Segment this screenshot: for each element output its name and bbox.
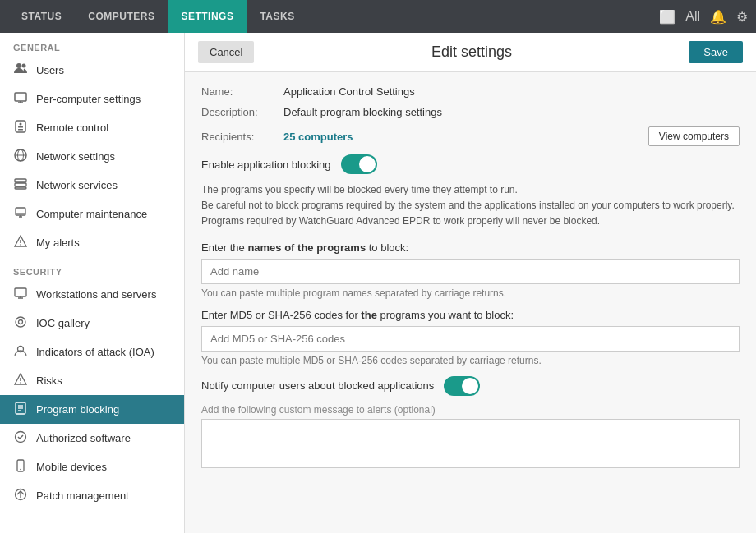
view-computers-button[interactable]: View computers (648, 126, 740, 146)
edit-settings-title: Edit settings (254, 44, 689, 61)
sidebar-item-risks[interactable]: Risks (0, 366, 184, 395)
recipients-label: Recipients: (201, 131, 284, 143)
paste-names-hint: You can paste multiple program names sep… (201, 287, 740, 299)
enter-names-bold: names of the programs (247, 241, 366, 254)
info-text-3: Programs required by WatchGuard Advanced… (201, 214, 740, 229)
sidebar-label-workstations: Workstations and servers (36, 288, 156, 301)
enter-codes-prefix: Enter MD5 or SHA-256 codes for (201, 309, 361, 321)
name-label: Name: (201, 85, 284, 98)
bell-icon[interactable]: 🔔 (710, 9, 726, 25)
sidebar-item-workstations[interactable]: Workstations and servers (0, 280, 184, 309)
name-row: Name: Application Control Settings (201, 85, 740, 98)
sidebar: GENERAL Users Per-computer settings Remo… (0, 33, 185, 533)
all-label: All (685, 9, 700, 24)
notify-row: Notify computer users about blocked appl… (201, 376, 740, 396)
paste-codes-hint: You can paste multiple MD5 or SHA-256 co… (201, 355, 740, 366)
window-icon[interactable]: ⬜ (659, 9, 675, 25)
enable-blocking-toggle[interactable] (341, 154, 377, 174)
sidebar-item-authorized-software[interactable]: Authorized software (0, 424, 184, 453)
svg-rect-6 (18, 129, 23, 131)
sidebar-item-users[interactable]: Users (0, 56, 184, 85)
security-section-label: SECURITY (0, 257, 184, 280)
mobile-devices-icon (13, 459, 28, 475)
users-icon (13, 62, 28, 78)
sidebar-item-patch-management[interactable]: Patch management (0, 481, 184, 510)
enter-codes-suffix: programs you want to block: (377, 309, 514, 321)
svg-rect-2 (15, 93, 26, 101)
ioc-gallery-icon (13, 315, 28, 331)
patch-management-icon (13, 488, 28, 503)
notify-toggle[interactable] (444, 376, 480, 396)
nav-status[interactable]: STATUS (8, 0, 75, 33)
workstations-icon (13, 287, 28, 302)
enable-blocking-label: Enable application blocking (201, 159, 331, 171)
enter-names-suffix: to block: (366, 241, 408, 254)
gear-icon[interactable]: ⚙ (736, 9, 748, 25)
sidebar-item-computer-maintenance[interactable]: Computer maintenance (0, 200, 184, 228)
edit-header: Cancel Edit settings Save (185, 33, 756, 72)
sidebar-label-program-blocking: Program blocking (36, 403, 119, 416)
svg-rect-11 (15, 183, 26, 186)
remote-control-icon (13, 120, 28, 136)
program-blocking-icon (13, 402, 28, 417)
recipients-value[interactable]: 25 computers (284, 131, 353, 143)
enter-names-label: Enter the names of the programs to block… (201, 241, 740, 254)
description-label: Description: (201, 106, 284, 118)
top-navigation: STATUS COMPUTERS SETTINGS TASKS ⬜ All 🔔 … (0, 0, 756, 33)
add-codes-input[interactable] (201, 326, 740, 352)
sidebar-item-ioa[interactable]: Indicators of attack (IOA) (0, 338, 184, 366)
computer-maintenance-icon (13, 206, 28, 222)
custom-msg-input[interactable] (201, 419, 740, 468)
sidebar-label-my-alerts: My alerts (36, 237, 80, 249)
svg-point-0 (16, 63, 21, 68)
nav-computers[interactable]: COMPUTERS (75, 0, 168, 33)
nav-settings[interactable]: SETTINGS (168, 0, 247, 33)
svg-point-4 (20, 123, 22, 126)
sidebar-item-mobile-devices[interactable]: Mobile devices (0, 453, 184, 481)
info-text-2: Be careful not to block programs require… (201, 198, 740, 214)
sidebar-label-patch-management: Patch management (36, 489, 129, 502)
per-computer-icon (13, 91, 28, 107)
sidebar-label-ioc-gallery: IOC gallery (36, 317, 90, 329)
svg-rect-10 (15, 179, 26, 182)
enter-names-prefix: Enter the (201, 241, 247, 254)
notify-label: Notify computer users about blocked appl… (201, 379, 434, 392)
sidebar-item-per-computer[interactable]: Per-computer settings (0, 85, 184, 113)
enter-codes-label: Enter MD5 or SHA-256 codes for the progr… (201, 309, 740, 321)
general-section-label: GENERAL (0, 33, 184, 56)
sidebar-label-network-settings: Network settings (36, 150, 115, 163)
sidebar-item-ioc-gallery[interactable]: IOC gallery (0, 309, 184, 338)
svg-point-22 (20, 382, 21, 384)
svg-point-29 (20, 469, 21, 471)
custom-msg-label: Add the following custom message to aler… (201, 404, 740, 416)
sidebar-item-remote-control[interactable]: Remote control (0, 113, 184, 142)
sidebar-label-risks: Risks (36, 374, 62, 387)
svg-rect-17 (15, 288, 26, 296)
enable-blocking-row: Enable application blocking (201, 154, 740, 174)
svg-point-18 (16, 317, 25, 327)
svg-point-16 (20, 244, 21, 246)
cancel-button[interactable]: Cancel (198, 41, 254, 63)
name-value: Application Control Settings (284, 85, 415, 98)
authorized-software-icon (13, 430, 28, 446)
description-row: Description: Default program blocking se… (201, 106, 740, 118)
save-button[interactable]: Save (689, 41, 743, 63)
network-settings-icon (13, 149, 28, 164)
sidebar-item-my-alerts[interactable]: My alerts (0, 228, 184, 257)
main-layout: GENERAL Users Per-computer settings Remo… (0, 33, 756, 533)
svg-point-19 (19, 320, 23, 324)
sidebar-label-computer-maintenance: Computer maintenance (36, 208, 147, 220)
form-area: Name: Application Control Settings Descr… (185, 72, 756, 484)
sidebar-label-network-services: Network services (36, 179, 118, 191)
sidebar-item-network-services[interactable]: Network services (0, 171, 184, 200)
info-text-block: The programs you specify will be blocked… (201, 182, 740, 230)
sidebar-label-ioa: Indicators of attack (IOA) (36, 346, 154, 358)
nav-tasks[interactable]: TASKS (247, 0, 307, 33)
my-alerts-icon (13, 235, 28, 250)
svg-point-1 (22, 64, 26, 68)
sidebar-item-program-blocking[interactable]: Program blocking (0, 395, 184, 424)
sidebar-item-network-settings[interactable]: Network settings (0, 142, 184, 171)
sidebar-label-per-computer: Per-computer settings (36, 93, 141, 105)
network-services-icon (13, 177, 28, 193)
add-name-input[interactable] (201, 259, 740, 284)
